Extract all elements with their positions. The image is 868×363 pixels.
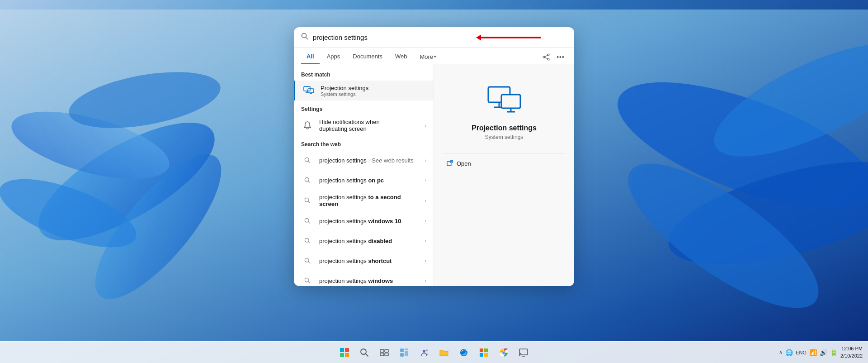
svg-rect-57 bbox=[400, 349, 404, 352]
file-explorer-button[interactable] bbox=[435, 344, 453, 362]
svg-line-52 bbox=[366, 354, 368, 356]
current-date: 2/10/2022 bbox=[840, 353, 863, 359]
teams-button[interactable] bbox=[415, 344, 433, 362]
svg-rect-47 bbox=[340, 348, 344, 352]
task-view-button[interactable] bbox=[375, 344, 393, 362]
svg-line-26 bbox=[308, 161, 310, 163]
search-tabs: All Apps Documents Web More ▾ ••• bbox=[294, 48, 574, 64]
taskbar-search[interactable] bbox=[355, 344, 373, 362]
chrome-button[interactable] bbox=[495, 344, 513, 362]
more-options-icon[interactable]: ••• bbox=[554, 51, 567, 63]
web-result-6[interactable]: projection settings shortcut › bbox=[294, 251, 434, 271]
web-result-4-title: projection settings windows 10 bbox=[319, 218, 420, 224]
svg-rect-58 bbox=[405, 349, 408, 350]
settings-hide-notifications[interactable]: Hide notifications whenduplicating scree… bbox=[294, 115, 434, 136]
share-icon[interactable] bbox=[540, 51, 552, 63]
best-match-result[interactable]: Projection settings System settings bbox=[294, 81, 434, 100]
best-match-text: Projection settings System settings bbox=[321, 85, 426, 97]
svg-point-35 bbox=[305, 258, 309, 262]
chevron-right-icon-4: › bbox=[425, 219, 426, 224]
svg-rect-59 bbox=[405, 351, 408, 356]
system-tray: ∧ 🌐 ENG 📶 🔊 🔋 12:06 PM 2/10/2022 bbox=[779, 345, 863, 359]
svg-point-62 bbox=[426, 349, 428, 351]
search-icon bbox=[301, 33, 308, 42]
volume-icon[interactable]: 🔊 bbox=[820, 349, 827, 356]
svg-rect-49 bbox=[340, 353, 344, 357]
chevron-right-icon-6: › bbox=[425, 258, 426, 263]
taskbar: ∧ 🌐 ENG 📶 🔊 🔋 12:06 PM 2/10/2022 bbox=[0, 341, 868, 363]
search-body: Best match Projection settings System s bbox=[294, 64, 574, 286]
web-result-1-text: projection settings - See web results bbox=[319, 157, 420, 164]
best-match-subtitle: System settings bbox=[321, 91, 426, 97]
web-result-5-title: projection settings disabled bbox=[319, 238, 420, 244]
svg-point-33 bbox=[305, 238, 309, 242]
settings-section-label: Settings bbox=[294, 104, 434, 115]
hide-notifications-title: Hide notifications whenduplicating scree… bbox=[319, 119, 420, 132]
system-tray-expand[interactable]: ∧ bbox=[779, 349, 783, 355]
web-result-2-text: projection settings on pc bbox=[319, 177, 420, 184]
web-result-5[interactable]: projection settings disabled › bbox=[294, 231, 434, 251]
web-result-3-title: projection settings to a second screen bbox=[319, 194, 420, 207]
tab-documents[interactable]: Documents bbox=[347, 50, 388, 64]
svg-rect-56 bbox=[385, 353, 388, 356]
bell-icon bbox=[301, 119, 314, 132]
svg-point-37 bbox=[305, 278, 309, 282]
clock-display[interactable]: 12:06 PM 2/10/2022 bbox=[840, 345, 863, 359]
web-result-4[interactable]: projection settings windows 10 › bbox=[294, 211, 434, 231]
web-result-5-text: projection settings disabled bbox=[319, 238, 420, 244]
web-search-icon-6 bbox=[301, 254, 314, 267]
cast-button[interactable] bbox=[514, 344, 533, 362]
search-web-label: Search the web bbox=[294, 139, 434, 150]
store-button[interactable] bbox=[475, 344, 493, 362]
tab-web[interactable]: Web bbox=[390, 50, 413, 64]
search-right-panel: Projection settings System settings Open bbox=[434, 64, 574, 286]
web-search-icon-7 bbox=[301, 274, 314, 286]
right-panel-divider bbox=[443, 153, 565, 153]
web-result-6-text: projection settings shortcut bbox=[319, 258, 420, 264]
svg-point-71 bbox=[503, 351, 505, 353]
svg-line-18 bbox=[545, 57, 547, 59]
web-result-1[interactable]: projection settings - See web results › bbox=[294, 150, 434, 170]
svg-point-15 bbox=[547, 58, 549, 60]
tab-all[interactable]: All bbox=[301, 50, 320, 64]
web-search-icon-3 bbox=[301, 194, 314, 207]
tab-more[interactable]: More ▾ bbox=[415, 51, 442, 64]
svg-point-29 bbox=[305, 198, 309, 202]
battery-icon[interactable]: 🔋 bbox=[830, 349, 838, 356]
search-results-left: Best match Projection settings System s bbox=[294, 64, 434, 286]
hide-notifications-text: Hide notifications whenduplicating scree… bbox=[319, 119, 420, 132]
svg-line-32 bbox=[308, 222, 310, 224]
open-app-button[interactable]: Open bbox=[443, 157, 565, 170]
svg-rect-42 bbox=[501, 95, 520, 108]
svg-point-61 bbox=[423, 350, 425, 353]
svg-line-34 bbox=[308, 242, 310, 244]
svg-rect-55 bbox=[380, 353, 384, 356]
svg-rect-60 bbox=[400, 353, 404, 357]
tab-apps[interactable]: Apps bbox=[321, 50, 346, 64]
svg-point-31 bbox=[305, 218, 309, 222]
web-result-4-text: projection settings windows 10 bbox=[319, 218, 420, 224]
svg-point-25 bbox=[305, 158, 309, 162]
chevron-down-icon: ▾ bbox=[434, 54, 436, 59]
svg-point-73 bbox=[519, 355, 520, 356]
taskbar-center bbox=[335, 344, 533, 362]
svg-rect-64 bbox=[480, 349, 483, 352]
svg-point-51 bbox=[361, 349, 366, 354]
svg-marker-11 bbox=[476, 34, 481, 40]
web-result-7[interactable]: projection settings windows › bbox=[294, 271, 434, 286]
web-result-7-text: projection settings windows bbox=[319, 277, 420, 284]
svg-line-30 bbox=[308, 201, 310, 203]
chevron-right-icon-7: › bbox=[425, 278, 426, 283]
web-result-2[interactable]: projection settings on pc › bbox=[294, 170, 434, 190]
svg-rect-48 bbox=[345, 348, 349, 352]
widgets-button[interactable] bbox=[395, 344, 413, 362]
web-search-icon-4 bbox=[301, 215, 314, 227]
edge-button[interactable] bbox=[455, 344, 473, 362]
start-button[interactable] bbox=[335, 344, 354, 362]
network-icon[interactable]: 🌐 bbox=[785, 349, 793, 356]
language-indicator[interactable]: ENG bbox=[796, 350, 807, 355]
web-result-3[interactable]: projection settings to a second screen › bbox=[294, 190, 434, 211]
right-panel-app-icon bbox=[486, 82, 522, 119]
chevron-right-icon-3: › bbox=[425, 198, 426, 203]
wifi-icon[interactable]: 📶 bbox=[809, 349, 817, 356]
